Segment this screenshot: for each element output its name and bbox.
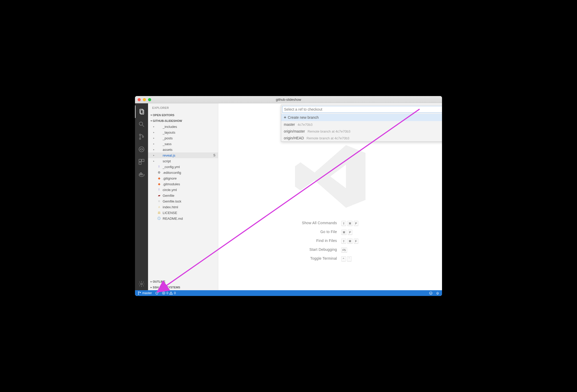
plus-icon: + [284, 115, 286, 120]
status-bar: master 0 0 [135, 290, 442, 296]
file-icon: ⑃ [157, 205, 161, 209]
chevron-right-icon: ▸ [153, 131, 155, 134]
ref-quickpick: +Create new branchmaster4c7e70b3origin/m… [281, 105, 442, 142]
explorer-sidebar: EXPLORER ▾ OPEN EDITORS ▾ GITHUB-SLIDESH… [148, 103, 218, 290]
repo-label: GITHUB-SLIDESHOW [153, 119, 182, 122]
tree-item-label: _layouts [163, 130, 175, 134]
quickpick-input[interactable] [282, 106, 442, 113]
folder-icon [157, 130, 161, 134]
source-control-icon[interactable] [135, 130, 148, 143]
titlebar: github-slideshow [135, 96, 442, 103]
file-item[interactable]: ▰Gemfile [148, 193, 218, 198]
problems-indicator[interactable]: 0 0 [162, 291, 176, 295]
svg-point-25 [430, 293, 431, 293]
folder-item[interactable]: ▸_layouts [148, 129, 218, 135]
file-item[interactable]: ⓘREADME.md [148, 216, 218, 221]
quicklink-label: Start Debugging [302, 247, 337, 253]
warning-icon [169, 291, 173, 295]
tree-item-label: LICENSE [163, 211, 177, 215]
explorer-icon[interactable] [135, 105, 148, 118]
folder-item[interactable]: ▸script [148, 158, 218, 164]
vscode-window: github-slideshow [135, 96, 442, 296]
quicklink-label: Show All Commands [302, 221, 337, 226]
key: P [354, 221, 358, 226]
notifications-button[interactable] [436, 291, 439, 295]
svg-rect-14 [140, 173, 142, 174]
settings-gear-icon[interactable] [135, 278, 148, 290]
folder-icon [157, 159, 161, 163]
key: P [348, 230, 352, 235]
folder-item[interactable]: ▸reveal.jsS [148, 152, 218, 158]
tree-item-label: _sass [163, 142, 172, 146]
quickpick-item-label: origin/HEAD [284, 136, 304, 140]
branch-icon [138, 291, 141, 295]
tree-item-label: Gemfile [163, 194, 174, 198]
svg-point-5 [139, 138, 141, 139]
file-icon: ⓘ [157, 216, 161, 221]
debug-icon[interactable] [135, 143, 148, 156]
quickpick-item-detail: Remote branch at 4c7e70b3 [307, 136, 349, 140]
tree-item-label: README.md [163, 217, 183, 221]
svg-point-15 [141, 283, 143, 285]
ssh-section[interactable]: ▸ SSH FILE SYSTEMS [148, 284, 218, 290]
quicklink-label: Toggle Terminal [302, 256, 337, 262]
quickpick-item[interactable]: origin/masterRemote branch at 4c7e70b3 [281, 128, 442, 135]
vscode-logo-watermark [281, 137, 380, 216]
window-body: EXPLORER ▾ OPEN EDITORS ▾ GITHUB-SLIDESH… [135, 103, 442, 290]
outline-section[interactable]: ▸ OUTLINE [148, 279, 218, 284]
file-item[interactable]: !_config.yml [148, 164, 218, 170]
error-count: 0 [167, 291, 168, 295]
branch-name: master [142, 291, 152, 295]
file-icon: ◆ [157, 182, 161, 186]
file-item[interactable]: ◆.gitignore [148, 175, 218, 181]
extensions-icon[interactable] [135, 156, 148, 168]
docker-icon[interactable] [135, 168, 148, 181]
folder-item[interactable]: ▸_includes [148, 124, 218, 129]
svg-point-2 [139, 122, 143, 125]
tree-item-label: .editorconfig [163, 171, 181, 175]
open-editors-section[interactable]: ▾ OPEN EDITORS [148, 112, 218, 118]
key: F5 [341, 247, 347, 253]
svg-point-17 [138, 294, 139, 295]
tree-item-label: index.html [163, 205, 178, 209]
sync-button[interactable] [155, 291, 159, 295]
close-window-button[interactable] [138, 98, 141, 101]
feedback-button[interactable] [429, 291, 433, 295]
chevron-down-icon: ▾ [150, 114, 153, 116]
error-icon [162, 291, 166, 295]
branch-indicator[interactable]: master [138, 291, 152, 295]
quickpick-item[interactable]: origin/HEADRemote branch at 4c7e70b3 [281, 135, 442, 141]
welcome-quicklinks: Show All Commands⇧⌘PGo to File⌘PFind in … [302, 221, 358, 262]
minimize-window-button[interactable] [143, 98, 146, 101]
file-item[interactable]: ⚖LICENSE [148, 210, 218, 216]
quicklink-label: Go to File [302, 230, 337, 235]
file-item[interactable]: !circle.yml [148, 187, 218, 193]
traffic-lights [135, 98, 151, 101]
maximize-window-button[interactable] [148, 98, 151, 101]
outline-label: OUTLINE [153, 280, 165, 283]
chevron-down-icon: ▾ [150, 120, 153, 122]
key: ⌘ [347, 221, 353, 226]
chevron-right-icon: ▸ [150, 286, 153, 289]
ssh-label: SSH FILE SYSTEMS [153, 286, 180, 289]
repo-section[interactable]: ▾ GITHUB-SLIDESHOW [148, 118, 218, 124]
chevron-right-icon: ▸ [153, 142, 155, 145]
tree-item-label: circle.yml [163, 188, 177, 192]
activity-bar [135, 103, 148, 290]
file-item[interactable]: ◆.gitmodules [148, 181, 218, 187]
folder-item[interactable]: ▸_posts [148, 135, 218, 141]
item-badge: S [213, 153, 215, 157]
quickpick-item[interactable]: master4c7e70b3 [281, 121, 442, 128]
quickpick-item[interactable]: +Create new branch [281, 114, 442, 121]
file-item[interactable]: ⚙.editorconfig [148, 170, 218, 175]
key: ⌘ [347, 239, 353, 244]
quickpick-item-detail: 4c7e70b3 [298, 123, 313, 127]
svg-point-16 [138, 292, 139, 293]
search-icon[interactable] [135, 118, 148, 130]
folder-item[interactable]: ▸assets [148, 147, 218, 152]
folder-item[interactable]: ▸_sass [148, 141, 218, 147]
file-item[interactable]: ⑃index.html [148, 204, 218, 210]
file-item[interactable]: ≡Gemfile.lock [148, 198, 218, 204]
svg-point-23 [171, 294, 171, 294]
tree-item-label: .gitmodules [163, 182, 180, 186]
